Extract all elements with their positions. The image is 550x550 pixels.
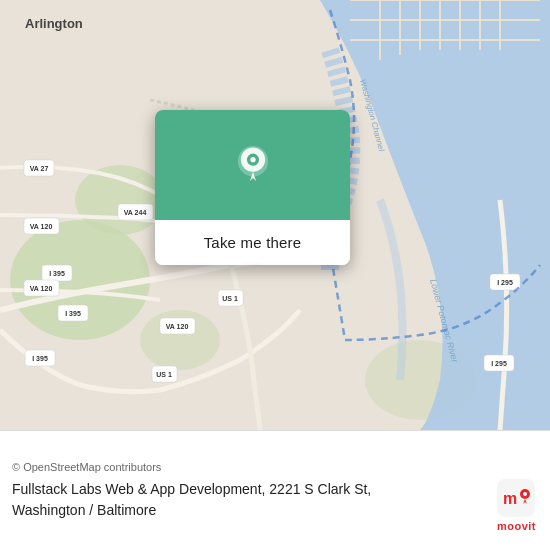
svg-text:VA 120: VA 120 [30, 285, 53, 292]
take-me-there-button[interactable]: Take me there [155, 220, 350, 265]
svg-point-51 [523, 492, 527, 496]
location-popup: Take me there [155, 110, 350, 265]
popup-map-bg [155, 110, 350, 220]
svg-text:I 395: I 395 [49, 270, 65, 277]
footer-bar: © OpenStreetMap contributors Fullstack L… [0, 430, 550, 550]
svg-text:m: m [503, 490, 517, 507]
svg-text:I 295: I 295 [497, 279, 513, 286]
svg-text:US 1: US 1 [222, 295, 238, 302]
moovit-icon: m [497, 479, 535, 517]
moovit-brand-icon: m [500, 482, 532, 514]
location-pin-icon [231, 143, 275, 187]
svg-text:VA 120: VA 120 [166, 323, 189, 330]
location-title: Fullstack Labs Web & App Development, 22… [12, 479, 442, 520]
moovit-logo: m moovit [497, 479, 536, 532]
svg-text:I 295: I 295 [491, 360, 507, 367]
svg-text:US 1: US 1 [156, 371, 172, 378]
svg-text:VA 120: VA 120 [30, 223, 53, 230]
svg-text:I 395: I 395 [32, 355, 48, 362]
copyright-text: © OpenStreetMap contributors [12, 461, 534, 473]
svg-point-2 [75, 165, 165, 235]
svg-text:VA 244: VA 244 [124, 209, 147, 216]
svg-point-47 [250, 157, 255, 162]
svg-text:VA 27: VA 27 [30, 165, 49, 172]
moovit-label: moovit [497, 520, 536, 532]
svg-text:I 395: I 395 [65, 310, 81, 317]
map-area: I 395 I 395 I 395 VA 120 VA 120 VA 120 V… [0, 0, 550, 430]
svg-text:Arlington: Arlington [25, 16, 83, 31]
